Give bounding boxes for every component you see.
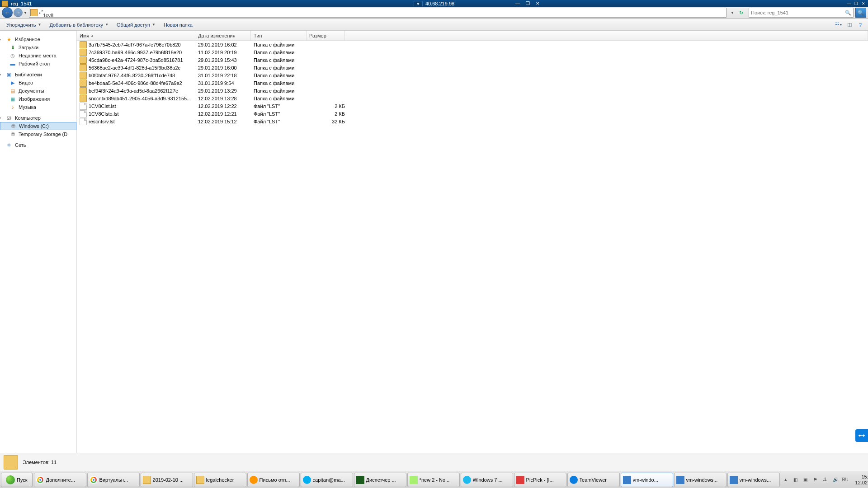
tree-libraries[interactable]: ▾▣Библиотеки	[0, 70, 76, 79]
back-button[interactable]: ←	[2, 7, 13, 18]
tray-icon[interactable]: ◧	[792, 476, 799, 483]
taskbar-item[interactable]: Windows 7 ...	[461, 473, 513, 487]
file-type: Папка с файлами	[254, 80, 309, 86]
app-icon	[90, 476, 98, 484]
app-icon	[730, 476, 738, 484]
tree-images[interactable]: ▦Изображения	[0, 95, 76, 103]
taskbar-item[interactable]: vm-windows...	[727, 473, 780, 487]
taskbar-item[interactable]: Диспетчер ...	[354, 473, 406, 487]
organize-button[interactable]: Упорядочить▼	[3, 21, 45, 29]
outer-restore-icon[interactable]: ❐	[853, 0, 860, 6]
column-date[interactable]: Дата изменения	[195, 31, 251, 40]
preview-pane-icon[interactable]: ◫	[844, 20, 854, 29]
folder-icon	[80, 72, 87, 79]
chevron-right-icon[interactable]: ▸	[41, 9, 44, 13]
file-row[interactable]: snccntxd89ab451-2905-4056-a3d9-9312155..…	[77, 94, 868, 102]
dropdown-icon[interactable]: ▼	[728, 9, 736, 17]
taskbar-label: Дополните...	[46, 477, 75, 483]
tree-downloads[interactable]: ⬇Загрузки	[0, 43, 76, 52]
maximize-icon[interactable]: ❐	[523, 0, 533, 7]
file-row[interactable]: rescntsrv.lst12.02.2019 15:12Файл "LST"3…	[77, 117, 868, 125]
tree-desktop[interactable]: ▬Рабочий стол	[0, 60, 76, 68]
file-row[interactable]: b0f0bfaf-9767-44f6-8230-266ff1cde74831.0…	[77, 71, 868, 79]
taskbar-item[interactable]: *new 2 - No...	[407, 473, 460, 487]
taskbar-item[interactable]: TeamViewer	[567, 473, 620, 487]
show-hidden-icon[interactable]: ▲	[782, 476, 789, 483]
minimize-icon[interactable]: —	[513, 0, 523, 7]
file-row[interactable]: be4bdaa5-5e34-406c-986d-88d4fe67a9e231.0…	[77, 79, 868, 87]
search-go-button[interactable]: 🔍	[855, 8, 866, 18]
volume-icon[interactable]: 🔊	[832, 476, 839, 483]
refresh-icon[interactable]: ↻	[737, 9, 745, 17]
file-date: 12.02.2019 15:12	[198, 119, 254, 124]
outer-close-icon[interactable]: ✕	[860, 0, 867, 6]
column-size[interactable]: Размер	[307, 31, 345, 40]
taskbar-item[interactable]: PicPick - [I...	[514, 473, 566, 487]
file-row[interactable]: 56368ae2-ac39-4df1-828d-a15f9bd38a2c29.0…	[77, 64, 868, 71]
network-icon[interactable]: 🖧	[822, 476, 829, 483]
file-row[interactable]: 7c369370-ba99-466c-9937-e79b6f818e2011.0…	[77, 48, 868, 56]
file-row[interactable]: 1CV8Clst.lst12.02.2019 12:22Файл "LST"2 …	[77, 102, 868, 110]
file-name: rescntsrv.lst	[89, 119, 198, 124]
file-name: 7c369370-ba99-466c-9937-e79b6f818e20	[89, 50, 198, 55]
breadcrumb-segment[interactable]: 1cv8	[41, 13, 89, 18]
taskbar-label: vm-windows...	[740, 477, 771, 483]
column-name[interactable]: Имя▲	[77, 31, 195, 40]
view-options-icon[interactable]: ☷ ▼	[834, 20, 844, 29]
tree-documents[interactable]: ▤Документы	[0, 87, 76, 95]
taskbar-item[interactable]: legalchecker	[194, 473, 246, 487]
tree-favorites[interactable]: ▾★Избранное	[0, 35, 76, 43]
search-input[interactable]: 🔍	[749, 8, 854, 18]
column-type[interactable]: Тип	[251, 31, 307, 40]
pin-toolbar-icon[interactable]: ▾	[414, 1, 423, 6]
address-bar: ← → ▼ ▸ Компьютер▸Windows (C:)▸Program F…	[0, 7, 868, 19]
history-dropdown-icon[interactable]: ▼	[24, 11, 28, 15]
tree-recent[interactable]: ◷Недавние места	[0, 52, 76, 60]
file-row[interactable]: 1CV8Clsto.lst12.02.2019 12:21Файл "LST"2…	[77, 110, 868, 117]
tray-icon[interactable]: ⚑	[812, 476, 819, 483]
help-icon[interactable]: ?	[855, 20, 865, 29]
file-row[interactable]: 3a7b7545-2eb7-4df7-967a-fe796c70b82029.0…	[77, 41, 868, 48]
breadcrumb[interactable]: ▸ Компьютер▸Windows (C:)▸Program Files (…	[29, 8, 726, 18]
outer-minimize-icon[interactable]: —	[845, 0, 853, 6]
taskbar-item[interactable]: capitan@ma...	[301, 473, 353, 487]
tree-computer[interactable]: ▾🖳Компьютер	[0, 114, 76, 122]
tray-icon[interactable]: ▣	[802, 476, 809, 483]
tree-music[interactable]: ♪Музыка	[0, 103, 76, 111]
taskbar-clock[interactable]: 15:12 12.02.2019	[852, 474, 868, 486]
taskbar-item[interactable]: Виртуальн...	[87, 473, 140, 487]
taskbar-label: Письмо отп...	[259, 477, 290, 483]
windows-orb-icon	[6, 475, 15, 484]
add-to-library-button[interactable]: Добавить в библиотеку▼	[46, 21, 112, 29]
tree-temp-storage[interactable]: ⛃Temporary Storage (D	[0, 130, 76, 138]
file-row[interactable]: bef94f3f-24a9-4e9a-ad5d-8aa2662f127e29.0…	[77, 87, 868, 94]
app-icon	[516, 476, 524, 484]
file-date: 12.02.2019 12:22	[198, 103, 254, 109]
language-icon[interactable]: RU	[842, 476, 849, 483]
file-name: 3a7b7545-2eb7-4df7-967a-fe796c70b820	[89, 42, 198, 47]
start-button[interactable]: Пуск	[1, 473, 33, 487]
folder-icon	[80, 80, 87, 87]
tree-cdrive[interactable]: ⛃Windows (C:)	[0, 122, 76, 130]
file-date: 29.01.2019 16:02	[198, 42, 254, 47]
folder-icon	[80, 87, 87, 94]
taskbar-item[interactable]: 2019-02-10 ...	[141, 473, 193, 487]
forward-button[interactable]: →	[14, 8, 23, 17]
file-row[interactable]: 45cda98c-e42a-4724-987c-3ba5d851678129.0…	[77, 56, 868, 64]
file-type: Папка с файлами	[254, 65, 309, 70]
taskbar-item[interactable]: Дополните...	[34, 473, 86, 487]
close-icon[interactable]: ✕	[533, 0, 542, 7]
folder-icon	[30, 9, 38, 16]
file-name: 1CV8Clst.lst	[89, 103, 198, 109]
taskbar-item[interactable]: vm-windo...	[621, 473, 673, 487]
file-size: 2 КБ	[309, 103, 348, 109]
teamviewer-panel-icon[interactable]	[855, 429, 868, 442]
taskbar-item[interactable]: vm-windows...	[674, 473, 726, 487]
taskbar-item[interactable]: Письмо отп...	[247, 473, 300, 487]
app-icon	[570, 476, 578, 484]
share-button[interactable]: Общий доступ▼	[113, 21, 159, 29]
app-icon	[410, 476, 418, 484]
tree-network[interactable]: ⚛Сеть	[0, 141, 76, 149]
new-folder-button[interactable]: Новая папка	[160, 21, 196, 29]
tree-video[interactable]: ▶Видео	[0, 79, 76, 87]
